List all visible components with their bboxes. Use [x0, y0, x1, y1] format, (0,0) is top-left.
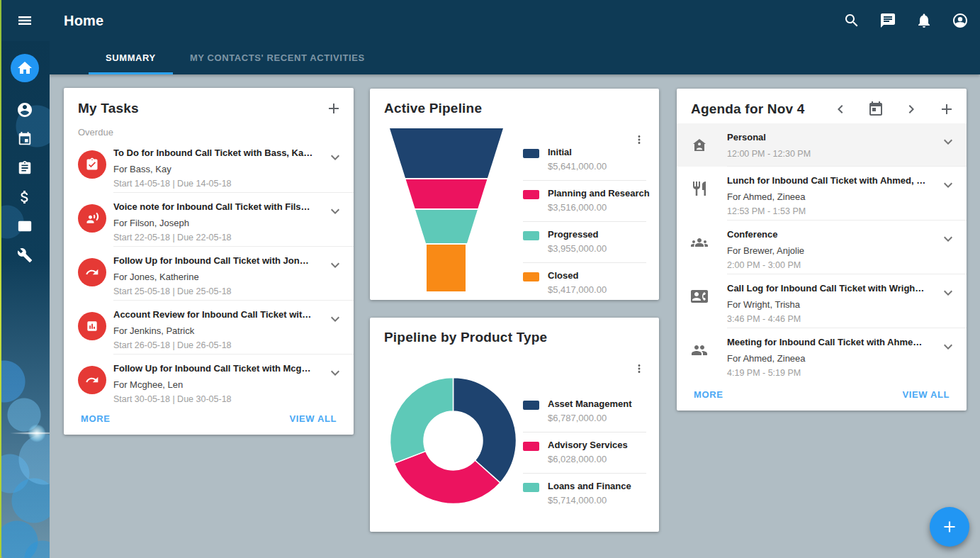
pipeline-product-card: Pipeline by Product Type Asset Managemen…	[370, 318, 659, 532]
sidebar-item-calendar[interactable]	[0, 124, 50, 153]
event-contact: For Brewer, Anjolie	[727, 245, 935, 256]
donut-menu-button[interactable]	[632, 360, 646, 377]
event-title: Call Log for Inbound Call Ticket with Wr…	[727, 283, 935, 294]
tab-strip: SUMMARY MY CONTACTS' RECENT ACTIVITIES	[50, 41, 980, 74]
tab-summary[interactable]: SUMMARY	[89, 41, 173, 74]
event-title: Meeting for Inbound Call Ticket with Ahm…	[727, 337, 935, 347]
task-title: Follow Up for Inbound Call Ticket with J…	[113, 255, 322, 266]
task-contact: For Bass, Kay	[113, 164, 322, 174]
search-button[interactable]	[843, 12, 860, 29]
agenda-card: Agenda for Nov 4	[677, 89, 967, 411]
event-contact: For Ahmed, Zineea	[727, 191, 935, 202]
event-contact: For Ahmed, Zineea	[727, 353, 935, 364]
active-pipeline-card: Active Pipeline Initial $5,641,000.00	[370, 89, 659, 300]
event-title: Conference	[727, 229, 935, 240]
agenda-prev-day-button[interactable]	[832, 101, 849, 118]
legend-value: $6,787,000.00	[548, 413, 631, 423]
voice-note-icon	[78, 204, 106, 233]
chevron-down-icon[interactable]	[940, 230, 957, 247]
chevron-down-icon[interactable]	[327, 311, 344, 328]
event-title: Personal	[727, 132, 935, 143]
sidebar-item-contacts[interactable]	[0, 95, 50, 124]
messages-button[interactable]	[879, 12, 896, 29]
agenda-next-day-button[interactable]	[903, 101, 920, 118]
funnel-card-title: Active Pipeline	[384, 101, 482, 116]
tab-recent-activities[interactable]: MY CONTACTS' RECENT ACTIVITIES	[173, 41, 382, 74]
agenda-row[interactable]: Call Log for Inbound Call Ticket with Wr…	[677, 274, 967, 328]
wrench-icon	[17, 247, 33, 263]
legend-item: Closed $5,417,000.00	[523, 263, 646, 303]
task-contact: For Mcghee, Len	[113, 379, 322, 390]
follow-up-icon	[78, 366, 106, 394]
legend-swatch	[523, 190, 539, 199]
task-row[interactable]: Voice note for Inbound Call Ticket with …	[64, 193, 354, 247]
task-row[interactable]: Follow Up for Inbound Call Ticket with J…	[64, 247, 354, 301]
sidebar-item-home[interactable]	[11, 54, 39, 82]
legend-item: Advisory Services $6,028,000.00	[523, 433, 646, 474]
donut-chart	[388, 376, 518, 506]
event-time: 2:00 PM - 3:00 PM	[727, 260, 935, 270]
hamburger-icon	[16, 12, 33, 29]
account-button[interactable]	[952, 12, 969, 29]
tasks-card-title: My Tasks	[78, 101, 139, 116]
notifications-button[interactable]	[916, 12, 933, 29]
task-row[interactable]: To Do for Inbound Call Ticket with Bass,…	[64, 139, 354, 193]
sidebar-item-tasks[interactable]	[0, 153, 50, 182]
kebab-menu-icon	[633, 362, 646, 375]
legend-label: Progressed	[548, 229, 607, 240]
agenda-row[interactable]: Personal 12:00 PM - 12:30 PM	[677, 123, 967, 167]
legend-value: $5,641,000.00	[548, 161, 607, 172]
account-circle-icon	[952, 12, 969, 29]
chevron-down-icon[interactable]	[327, 203, 344, 220]
legend-swatch	[523, 272, 539, 281]
chevron-right-icon	[903, 101, 920, 118]
conference-icon	[691, 234, 708, 251]
task-contact: For Jones, Katherine	[113, 272, 322, 282]
plus-icon	[938, 101, 955, 118]
event-time: 12:00 PM - 12:30 PM	[727, 149, 935, 159]
legend-value: $3,955,000.00	[548, 243, 607, 254]
legend-label: Planning and Research	[548, 188, 650, 199]
top-app-bar: Home	[0, 0, 980, 41]
sidebar-item-tools[interactable]	[0, 240, 50, 269]
person-circle-icon	[16, 101, 33, 118]
follow-up-icon	[78, 258, 106, 286]
envelope-icon	[17, 218, 33, 234]
legend-value: $3,516,000.00	[548, 202, 650, 213]
chevron-down-icon[interactable]	[940, 133, 957, 150]
menu-hamburger-button[interactable]	[16, 12, 33, 29]
add-event-button[interactable]	[938, 101, 955, 118]
agenda-row[interactable]: Meeting for Inbound Call Ticket with Ahm…	[677, 328, 967, 382]
task-row[interactable]: Follow Up for Inbound Call Ticket with M…	[64, 355, 354, 408]
task-title: Account Review for Inbound Call Ticket w…	[113, 309, 322, 320]
fab-add-button[interactable]	[930, 507, 969, 547]
my-tasks-card: My Tasks Overdue To Do for Inbound Call …	[64, 88, 354, 435]
agenda-calendar-button[interactable]	[867, 101, 884, 118]
tasks-view-all-button[interactable]: VIEW ALL	[290, 413, 337, 424]
chevron-down-icon[interactable]	[327, 257, 344, 274]
legend-label: Loans and Finance	[548, 481, 631, 491]
task-row[interactable]: Account Review for Inbound Call Ticket w…	[64, 301, 354, 355]
legend-item: Asset Management $6,787,000.00	[523, 391, 646, 433]
task-title: To Do for Inbound Call Ticket with Bass,…	[113, 147, 322, 158]
chevron-down-icon[interactable]	[940, 338, 957, 355]
agenda-row[interactable]: Conference For Brewer, Anjolie 2:00 PM -…	[677, 221, 967, 274]
legend-swatch	[523, 149, 539, 158]
tasks-more-button[interactable]: MORE	[81, 413, 110, 424]
agenda-more-button[interactable]: MORE	[694, 389, 723, 400]
add-task-button[interactable]	[325, 100, 342, 117]
chevron-down-icon[interactable]	[327, 149, 344, 166]
event-contact: For Wright, Trisha	[727, 299, 935, 310]
sidebar-item-billing[interactable]	[0, 182, 50, 211]
event-time: 12:53 PM - 1:53 PM	[727, 206, 935, 216]
sidebar-item-mail[interactable]	[0, 211, 50, 240]
chevron-down-icon[interactable]	[940, 284, 957, 301]
agenda-row[interactable]: Lunch for Inbound Call Ticket with Ahmed…	[677, 167, 967, 221]
chevron-down-icon[interactable]	[940, 177, 957, 194]
funnel-chart	[390, 128, 503, 291]
agenda-view-all-button[interactable]: VIEW ALL	[903, 389, 950, 400]
calendar-icon	[17, 131, 33, 147]
chat-icon	[879, 12, 896, 29]
chevron-down-icon[interactable]	[327, 364, 344, 381]
left-edge-accent	[0, 0, 1, 558]
